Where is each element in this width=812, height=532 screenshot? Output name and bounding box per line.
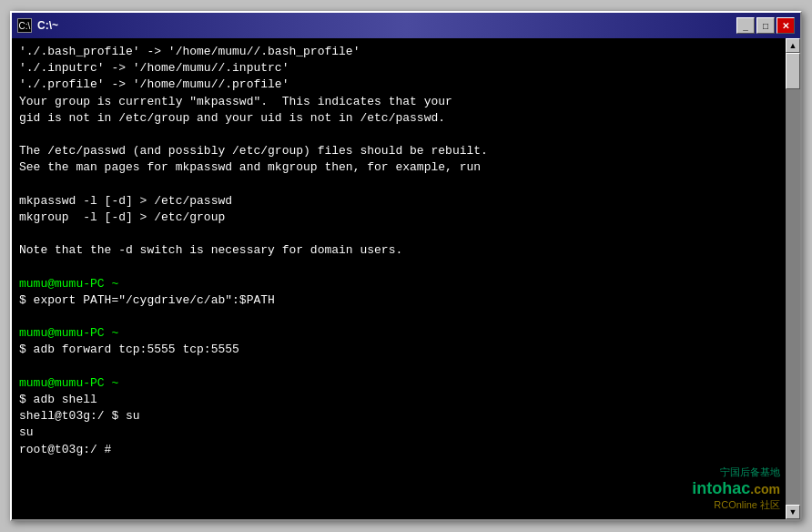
- title-bar: C:\ C:\~ _ □ ✕: [12, 13, 800, 38]
- terminal-body[interactable]: './.bash_profile' -> '/home/mumu//.bash_…: [12, 38, 800, 519]
- title-bar-left: C:\ C:\~: [17, 18, 58, 33]
- scroll-down-arrow[interactable]: ▼: [786, 505, 800, 519]
- icon-label: C:\: [19, 21, 31, 31]
- watermark-top: 宁国后备基地: [720, 466, 780, 479]
- terminal-output: './.bash_profile' -> '/home/mumu//.bash_…: [19, 44, 793, 458]
- scrollbar[interactable]: ▲ ▼: [786, 38, 800, 519]
- scrollbar-track[interactable]: [786, 53, 800, 505]
- watermark-sub: RCOnline 社区: [714, 498, 780, 512]
- window-icon: C:\: [17, 18, 32, 33]
- restore-button[interactable]: □: [756, 17, 775, 34]
- minimize-button[interactable]: _: [736, 17, 755, 34]
- close-button[interactable]: ✕: [776, 17, 795, 34]
- scroll-up-arrow[interactable]: ▲: [786, 38, 800, 53]
- terminal-window: C:\ C:\~ _ □ ✕ './.bash_profile' -> '/ho…: [10, 11, 802, 521]
- window-title: C:\~: [37, 19, 58, 32]
- window-controls: _ □ ✕: [736, 17, 795, 34]
- scrollbar-thumb[interactable]: [786, 53, 800, 89]
- watermark-main: intohac.com: [692, 479, 780, 498]
- watermark-main-text: intohac: [692, 479, 750, 497]
- watermark: 宁国后备基地 intohac.com RCOnline 社区: [692, 466, 780, 512]
- watermark-extra: .com: [750, 482, 780, 496]
